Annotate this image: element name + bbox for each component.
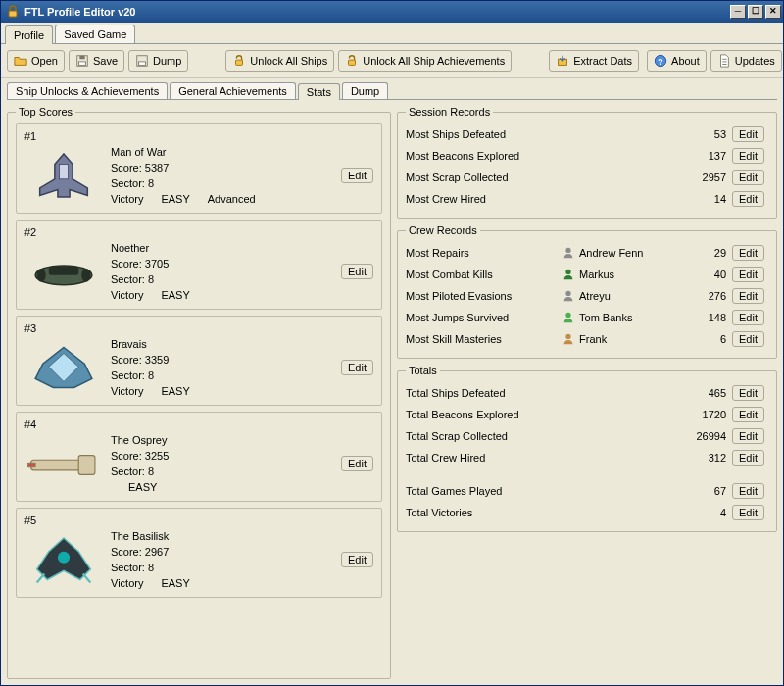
edit-record-button[interactable]: Edit [732,450,764,466]
score-rank: #5 [21,513,377,526]
ship-name: Noether [111,240,341,256]
record-person: Tom Banks [562,311,679,324]
edit-score-button[interactable]: Edit [341,552,373,567]
svg-rect-3 [78,62,85,66]
subtab-ship-unlocks-achievements[interactable]: Ship Unlocks & Achievements [7,82,168,99]
svg-rect-7 [349,60,356,65]
edit-record-button[interactable]: Edit [732,407,764,422]
svg-rect-13 [49,267,78,275]
top-score-item: #3 Bravais Score: 3359 Sector: 8 Victory… [16,316,382,406]
score-tag: EASY [161,287,189,303]
record-row: Most Scrap Collected 2957 Edit [406,167,768,188]
totals-group: Totals Total Ships Defeated 465 Edit Tot… [397,365,777,532]
edit-record-button[interactable]: Edit [732,428,764,444]
sector-line: Sector: 8 [111,271,341,287]
unlock-achievements-label: Unlock All Ship Achievements [363,55,505,67]
edit-record-button[interactable]: Edit [732,385,764,401]
svg-point-24 [565,291,570,296]
app-window: FTL Profile Editor v20 ─ ☐ ✕ ProfileSave… [0,0,784,686]
save-button[interactable]: Save [69,50,124,72]
edit-record-button[interactable]: Edit [732,245,764,261]
edit-score-button[interactable]: Edit [341,456,373,471]
document-icon [717,54,731,68]
top-score-item: #4 The Osprey Score: 3255 Sector: 8 EASY… [16,412,382,502]
svg-rect-5 [139,62,146,66]
score-tag: EASY [128,479,157,495]
edit-record-button[interactable]: Edit [732,331,764,347]
score-tags: VictoryEASYAdvanced [111,191,341,207]
maximize-button[interactable]: ☐ [748,5,763,19]
record-row: Total Scrap Collected 26994 Edit [406,425,768,447]
window-controls: ─ ☐ ✕ [730,5,781,19]
ship-name: Man of War [111,144,341,160]
record-value: 276 [679,290,732,302]
top-scores-list: #1 Man of War Score: 5387 Sector: 8 Vict… [16,123,382,598]
edit-record-button[interactable]: Edit [732,483,764,499]
edit-score-button[interactable]: Edit [341,264,373,279]
edit-score-button[interactable]: Edit [341,168,373,183]
score-tags: VictoryEASY [111,575,341,591]
edit-record-button[interactable]: Edit [732,191,764,207]
record-person-name: Frank [579,333,607,345]
record-value: 67 [679,485,732,497]
open-button[interactable]: Open [7,50,65,72]
edit-score-button[interactable]: Edit [341,360,373,375]
edit-record-button[interactable]: Edit [732,148,764,164]
crew-records-legend: Crew Records [406,224,480,236]
svg-rect-20 [28,463,36,467]
subtab-dump[interactable]: Dump [342,82,388,99]
svg-rect-11 [59,165,68,179]
extract-dats-button[interactable]: Extract Dats [549,50,639,72]
minimize-button[interactable]: ─ [730,5,746,19]
score-rank: #1 [21,128,377,142]
record-row: Most Crew Hired 14 Edit [406,188,768,210]
subtab-stats[interactable]: Stats [298,83,340,100]
tab-profile[interactable]: Profile [5,25,53,44]
record-row: Most Skill Masteries Frank 6 Edit [406,328,768,350]
updates-label: Updates [735,55,775,67]
svg-point-21 [58,552,70,564]
record-row: Most Jumps Survived Tom Banks 148 Edit [406,307,768,328]
close-button[interactable]: ✕ [765,5,781,19]
edit-record-button[interactable]: Edit [732,505,764,520]
dump-label: Dump [153,55,181,67]
extract-icon [556,54,569,68]
tab-saved-game[interactable]: Saved Game [55,24,135,43]
sector-line: Sector: 8 [111,175,341,191]
record-person-name: Atreyu [579,290,611,302]
record-value: 148 [679,312,732,323]
score-tag: Victory [111,287,143,303]
unlock-icon [232,54,246,68]
record-label: Total Victories [406,507,679,518]
record-person-name: Markus [579,269,614,280]
titlebar: FTL Profile Editor v20 ─ ☐ ✕ [1,1,783,23]
crew-icon [562,311,575,324]
score-tags: VictoryEASY [111,383,341,399]
sector-line: Sector: 8 [111,368,341,383]
record-row: Total Ships Defeated 465 Edit [406,382,768,404]
edit-record-button[interactable]: Edit [732,170,764,185]
record-value: 137 [679,150,732,162]
edit-record-button[interactable]: Edit [732,126,764,142]
record-value: 4 [679,507,732,518]
score-rank: #4 [21,416,377,430]
unlock-ships-button[interactable]: Unlock All Ships [225,50,334,72]
subtab-general-achievements[interactable]: General Achievements [170,82,296,99]
edit-record-button[interactable]: Edit [732,288,764,304]
top-score-item: #1 Man of War Score: 5387 Sector: 8 Vict… [16,123,382,214]
record-label: Total Ships Defeated [406,387,679,399]
edit-record-button[interactable]: Edit [732,310,764,325]
about-button[interactable]: ? About [647,50,707,72]
open-folder-icon [14,54,27,68]
unlock-achievements-button[interactable]: Unlock All Ship Achievements [338,50,512,72]
score-rank: #3 [21,320,377,334]
open-label: Open [31,55,58,67]
edit-record-button[interactable]: Edit [732,267,764,282]
svg-point-25 [565,313,570,318]
crew-records-group: Crew Records Most Repairs Andrew Fenn 29… [397,224,777,359]
score-tag: Victory [111,383,143,399]
dump-button[interactable]: Dump [128,50,188,72]
record-label: Most Scrap Collected [406,172,679,183]
record-label: Most Skill Masteries [406,333,562,345]
updates-button[interactable]: Updates [710,50,782,72]
